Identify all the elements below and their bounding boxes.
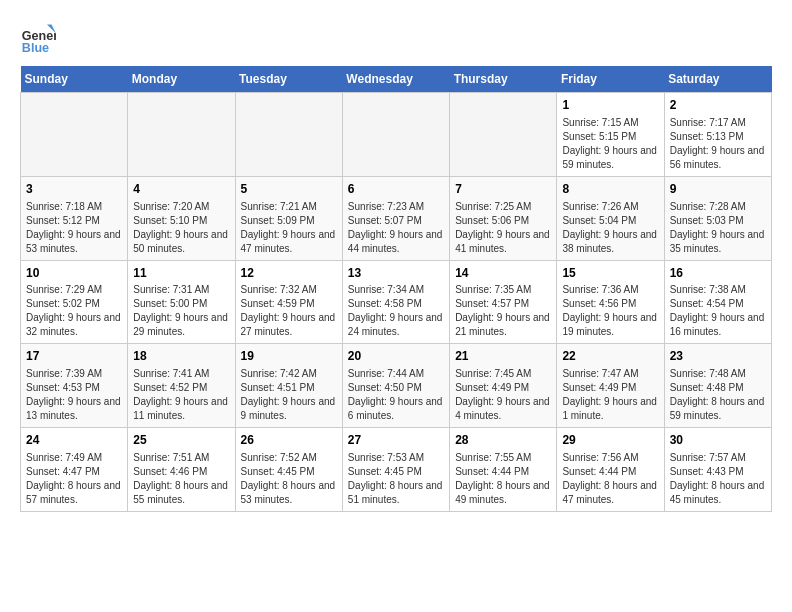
daylight-text: Daylight: 8 hours and 57 minutes.: [26, 479, 122, 507]
day-number: 28: [455, 432, 551, 449]
daylight-text: Daylight: 9 hours and 29 minutes.: [133, 311, 229, 339]
sunset-text: Sunset: 5:07 PM: [348, 214, 444, 228]
sunrise-text: Sunrise: 7:18 AM: [26, 200, 122, 214]
day-number: 8: [562, 181, 658, 198]
calendar-week-3: 10 Sunrise: 7:29 AM Sunset: 5:02 PM Dayl…: [21, 260, 772, 344]
calendar-table: SundayMondayTuesdayWednesdayThursdayFrid…: [20, 66, 772, 512]
day-header-wednesday: Wednesday: [342, 66, 449, 93]
day-header-tuesday: Tuesday: [235, 66, 342, 93]
calendar-cell: 20 Sunrise: 7:44 AM Sunset: 4:50 PM Dayl…: [342, 344, 449, 428]
calendar-cell: 24 Sunrise: 7:49 AM Sunset: 4:47 PM Dayl…: [21, 428, 128, 512]
sunrise-text: Sunrise: 7:29 AM: [26, 283, 122, 297]
day-number: 27: [348, 432, 444, 449]
sunset-text: Sunset: 4:54 PM: [670, 297, 766, 311]
daylight-text: Daylight: 8 hours and 53 minutes.: [241, 479, 337, 507]
calendar-week-1: 1 Sunrise: 7:15 AM Sunset: 5:15 PM Dayli…: [21, 93, 772, 177]
sunrise-text: Sunrise: 7:21 AM: [241, 200, 337, 214]
daylight-text: Daylight: 8 hours and 47 minutes.: [562, 479, 658, 507]
day-number: 3: [26, 181, 122, 198]
sunrise-text: Sunrise: 7:23 AM: [348, 200, 444, 214]
daylight-text: Daylight: 8 hours and 45 minutes.: [670, 479, 766, 507]
day-number: 5: [241, 181, 337, 198]
calendar-cell: 19 Sunrise: 7:42 AM Sunset: 4:51 PM Dayl…: [235, 344, 342, 428]
sunrise-text: Sunrise: 7:35 AM: [455, 283, 551, 297]
calendar-cell: [342, 93, 449, 177]
daylight-text: Daylight: 9 hours and 13 minutes.: [26, 395, 122, 423]
sunset-text: Sunset: 4:56 PM: [562, 297, 658, 311]
daylight-text: Daylight: 8 hours and 51 minutes.: [348, 479, 444, 507]
sunset-text: Sunset: 4:58 PM: [348, 297, 444, 311]
daylight-text: Daylight: 9 hours and 16 minutes.: [670, 311, 766, 339]
sunrise-text: Sunrise: 7:53 AM: [348, 451, 444, 465]
sunset-text: Sunset: 5:09 PM: [241, 214, 337, 228]
sunset-text: Sunset: 5:15 PM: [562, 130, 658, 144]
daylight-text: Daylight: 8 hours and 49 minutes.: [455, 479, 551, 507]
calendar-cell: 14 Sunrise: 7:35 AM Sunset: 4:57 PM Dayl…: [450, 260, 557, 344]
sunset-text: Sunset: 4:46 PM: [133, 465, 229, 479]
sunrise-text: Sunrise: 7:38 AM: [670, 283, 766, 297]
calendar-cell: 16 Sunrise: 7:38 AM Sunset: 4:54 PM Dayl…: [664, 260, 771, 344]
sunrise-text: Sunrise: 7:44 AM: [348, 367, 444, 381]
svg-text:Blue: Blue: [22, 41, 49, 55]
day-number: 14: [455, 265, 551, 282]
sunset-text: Sunset: 5:00 PM: [133, 297, 229, 311]
sunrise-text: Sunrise: 7:31 AM: [133, 283, 229, 297]
calendar-week-5: 24 Sunrise: 7:49 AM Sunset: 4:47 PM Dayl…: [21, 428, 772, 512]
daylight-text: Daylight: 8 hours and 55 minutes.: [133, 479, 229, 507]
day-number: 19: [241, 348, 337, 365]
day-number: 7: [455, 181, 551, 198]
day-header-monday: Monday: [128, 66, 235, 93]
day-number: 10: [26, 265, 122, 282]
sunrise-text: Sunrise: 7:45 AM: [455, 367, 551, 381]
sunset-text: Sunset: 4:48 PM: [670, 381, 766, 395]
calendar-cell: 17 Sunrise: 7:39 AM Sunset: 4:53 PM Dayl…: [21, 344, 128, 428]
daylight-text: Daylight: 9 hours and 50 minutes.: [133, 228, 229, 256]
day-number: 24: [26, 432, 122, 449]
sunset-text: Sunset: 4:59 PM: [241, 297, 337, 311]
daylight-text: Daylight: 8 hours and 59 minutes.: [670, 395, 766, 423]
day-number: 11: [133, 265, 229, 282]
day-number: 21: [455, 348, 551, 365]
sunrise-text: Sunrise: 7:49 AM: [26, 451, 122, 465]
daylight-text: Daylight: 9 hours and 21 minutes.: [455, 311, 551, 339]
sunset-text: Sunset: 5:03 PM: [670, 214, 766, 228]
sunset-text: Sunset: 5:02 PM: [26, 297, 122, 311]
calendar-cell: [128, 93, 235, 177]
daylight-text: Daylight: 9 hours and 35 minutes.: [670, 228, 766, 256]
calendar-cell: [235, 93, 342, 177]
day-header-sunday: Sunday: [21, 66, 128, 93]
calendar-cell: 3 Sunrise: 7:18 AM Sunset: 5:12 PM Dayli…: [21, 176, 128, 260]
calendar-cell: 28 Sunrise: 7:55 AM Sunset: 4:44 PM Dayl…: [450, 428, 557, 512]
sunset-text: Sunset: 5:04 PM: [562, 214, 658, 228]
day-number: 22: [562, 348, 658, 365]
calendar-cell: 6 Sunrise: 7:23 AM Sunset: 5:07 PM Dayli…: [342, 176, 449, 260]
sunset-text: Sunset: 5:12 PM: [26, 214, 122, 228]
calendar-cell: 12 Sunrise: 7:32 AM Sunset: 4:59 PM Dayl…: [235, 260, 342, 344]
sunset-text: Sunset: 4:49 PM: [455, 381, 551, 395]
day-number: 16: [670, 265, 766, 282]
calendar-cell: 15 Sunrise: 7:36 AM Sunset: 4:56 PM Dayl…: [557, 260, 664, 344]
calendar-cell: 29 Sunrise: 7:56 AM Sunset: 4:44 PM Dayl…: [557, 428, 664, 512]
sunset-text: Sunset: 4:44 PM: [455, 465, 551, 479]
day-number: 26: [241, 432, 337, 449]
daylight-text: Daylight: 9 hours and 24 minutes.: [348, 311, 444, 339]
sunset-text: Sunset: 4:51 PM: [241, 381, 337, 395]
daylight-text: Daylight: 9 hours and 44 minutes.: [348, 228, 444, 256]
day-number: 15: [562, 265, 658, 282]
calendar-cell: 10 Sunrise: 7:29 AM Sunset: 5:02 PM Dayl…: [21, 260, 128, 344]
sunrise-text: Sunrise: 7:48 AM: [670, 367, 766, 381]
daylight-text: Daylight: 9 hours and 38 minutes.: [562, 228, 658, 256]
daylight-text: Daylight: 9 hours and 56 minutes.: [670, 144, 766, 172]
logo-icon: General Blue: [20, 20, 56, 56]
day-header-saturday: Saturday: [664, 66, 771, 93]
sunset-text: Sunset: 4:53 PM: [26, 381, 122, 395]
sunset-text: Sunset: 4:45 PM: [241, 465, 337, 479]
calendar-cell: 30 Sunrise: 7:57 AM Sunset: 4:43 PM Dayl…: [664, 428, 771, 512]
daylight-text: Daylight: 9 hours and 27 minutes.: [241, 311, 337, 339]
day-number: 2: [670, 97, 766, 114]
calendar-week-4: 17 Sunrise: 7:39 AM Sunset: 4:53 PM Dayl…: [21, 344, 772, 428]
day-number: 6: [348, 181, 444, 198]
sunset-text: Sunset: 5:06 PM: [455, 214, 551, 228]
calendar-cell: 1 Sunrise: 7:15 AM Sunset: 5:15 PM Dayli…: [557, 93, 664, 177]
calendar-cell: 4 Sunrise: 7:20 AM Sunset: 5:10 PM Dayli…: [128, 176, 235, 260]
